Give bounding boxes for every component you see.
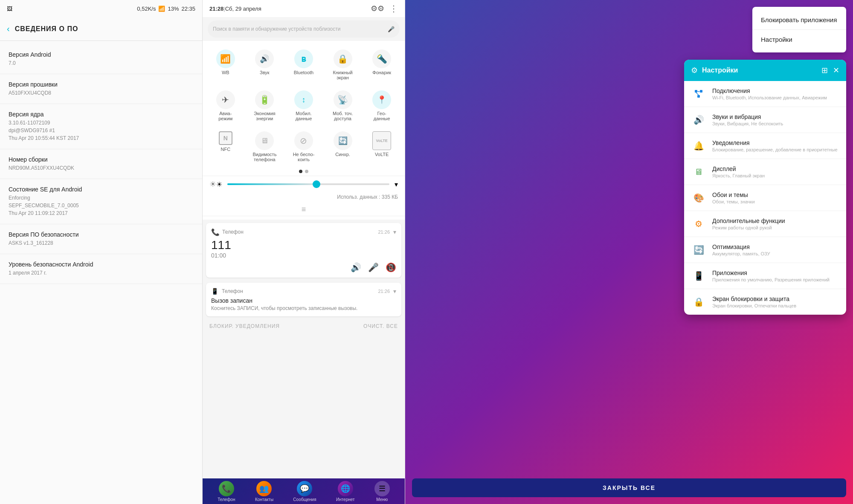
recorded-expand-icon[interactable]: ▾ [393, 288, 396, 295]
dock-sms[interactable]: 💬 Сообщения [293, 481, 316, 502]
status-bar-about: 🖼 0,52K/s 📶 13% 22:35 [0, 0, 202, 17]
settings-item-apps[interactable]: 📱 Приложения Приложения по умолчанию, Ра… [684, 263, 846, 289]
recorded-notification-card: 📱 Телефон 21:26 ▾ Вызов записан Коснитес… [206, 283, 401, 316]
status-battery: 13% [168, 6, 179, 12]
lockscreen-icon: 🔒 [691, 294, 706, 310]
about-item-label: Уровень безопасности Android [9, 261, 194, 268]
about-item-value: NRD90M.A510FXXU4CQDK [9, 164, 194, 172]
tile-power-save[interactable]: 🔋 Экономия энергии [247, 87, 281, 125]
svg-rect-2 [700, 90, 702, 93]
tile-visibility[interactable]: 🖥 Видимость телефона [247, 128, 281, 165]
tile-dnd[interactable]: ⊘ Не беспо- коить [287, 128, 321, 165]
tile-label-plane: Авиа- режим [218, 111, 232, 121]
sound-text: Звуки и вибрация Звуки, Вибрация, Не бес… [712, 113, 839, 126]
settings-item-display[interactable]: 🖥 Дисплей Яркость, Главный экран [684, 159, 846, 185]
connections-text: Подключения Wi-Fi, Bluetooth, Использова… [712, 87, 839, 100]
dock-phone[interactable]: 📞 Телефон [218, 481, 235, 502]
settings-header-title: Настройки [702, 67, 817, 74]
settings-item-connections[interactable]: Подключения Wi-Fi, Bluetooth, Использова… [684, 81, 846, 107]
phone-app-icon: 📞 [211, 228, 219, 236]
status-signal: 📶 [158, 6, 165, 12]
tile-label-sound: Звук [260, 70, 270, 75]
settings-list: Подключения Wi-Fi, Bluetooth, Использова… [684, 81, 846, 315]
tile-volte[interactable]: VoLTE VoLTE [365, 128, 399, 165]
dock-menu[interactable]: ☰ Меню [374, 481, 390, 502]
panel-notifications: 21:28 | Сб, 29 апреля ⚙ ⋮ Поиск в памяти… [203, 0, 405, 504]
context-menu: Блокировать приложения Настройки [752, 7, 846, 52]
brightness-expand-icon[interactable]: ▾ [395, 180, 398, 188]
status-speed: 0,52K/s [137, 6, 156, 12]
tile-bluetooth[interactable]: ʙ Bluetooth [287, 46, 321, 84]
context-menu-item-block[interactable]: Блокировать приложения [752, 10, 846, 29]
tile-location[interactable]: 📍 Гео- данные [365, 87, 399, 125]
optim-subtitle: Аккумулятор, память, ОЗУ [712, 251, 839, 256]
more-icon[interactable]: ⋮ [389, 3, 398, 14]
speaker-button[interactable]: 🔊 [351, 262, 361, 272]
about-item-label: Версия ядра [9, 111, 194, 118]
block-notifications-button[interactable]: БЛОКИР. УВЕДОМЛЕНИЯ [209, 323, 280, 329]
tile-hotspot[interactable]: 📡 Моб. точ. доступа [326, 87, 360, 125]
dot-2 [305, 170, 308, 173]
about-list: Версия Android 7.0 Версия прошивки A510F… [0, 41, 202, 504]
tile-nfc[interactable]: N NFC [209, 128, 243, 165]
about-item-value: A510FXXU4CQD8 [9, 89, 194, 97]
clear-all-button[interactable]: ОЧИСТ. ВСЕ [363, 323, 398, 329]
context-menu-item-settings[interactable]: Настройки [752, 30, 846, 49]
settings-panel: ⚙ Настройки ⊞ ✕ Подключения Wi-Fi, Bluet… [684, 60, 846, 315]
wallpaper-text: Обои и темы Обои, темы, значки [712, 191, 839, 204]
settings-item-advanced[interactable]: ⚙ Дополнительные функции Режим работы од… [684, 211, 846, 237]
brightness-bar[interactable] [227, 183, 389, 185]
recorded-body: Коснитесь ЗАПИСИ, чтобы просмотреть запи… [211, 305, 396, 311]
end-call-button[interactable]: 📵 [386, 262, 396, 272]
settings-item-sound[interactable]: 🔊 Звуки и вибрация Звуки, Вибрация, Не б… [684, 107, 846, 133]
brightness-row: ☀ ▾ [203, 176, 405, 192]
settings-item-lockscreen[interactable]: 🔒 Экран блокировки и защита Экран блокир… [684, 289, 846, 315]
optim-title: Оптимизация [712, 243, 839, 250]
connections-subtitle: Wi-Fi, Bluetooth, Использование данных, … [712, 95, 839, 100]
tile-airplane[interactable]: ✈ Авиа- режим [209, 87, 243, 125]
tile-icon-hotspot: 📡 [334, 90, 352, 109]
mic-icon[interactable]: 🎤 [388, 26, 395, 32]
dot-1 [299, 170, 302, 173]
advanced-icon: ⚙ [691, 216, 706, 232]
tile-wb[interactable]: 📶 WB [209, 46, 243, 84]
dock-internet[interactable]: 🌐 Интернет [336, 481, 355, 502]
tile-label-data: Мобил. данные [296, 111, 312, 121]
call-actions: 🔊 🎤 📵 [211, 262, 396, 272]
settings-item-notifications[interactable]: 🔔 Уведомления Блокирование, разрешение, … [684, 133, 846, 159]
advanced-subtitle: Режим работы одной рукой [712, 225, 839, 230]
data-usage: Использ. данных : 335 КБ [203, 192, 405, 203]
tile-screen-lock[interactable]: 🔒 Книжный экран [326, 46, 360, 84]
call-expand-icon[interactable]: ▾ [393, 229, 396, 235]
settings-layout-icon[interactable]: ⊞ [821, 66, 828, 75]
tile-label-torch: Фонарик [372, 70, 391, 75]
about-item-label: Номер сборки [9, 156, 194, 163]
back-button[interactable]: ‹ [7, 24, 10, 34]
notif-date: Сб, 29 апреля [225, 6, 261, 12]
search-bar[interactable]: Поиск в памяти и обнаружение устройств п… [208, 20, 400, 38]
dock-phone-label: Телефон [218, 497, 235, 502]
settings-close-icon[interactable]: ✕ [833, 66, 839, 75]
tile-sync[interactable]: 🔄 Синхр. [326, 128, 360, 165]
settings-item-optimization[interactable]: 🔄 Оптимизация Аккумулятор, память, ОЗУ [684, 237, 846, 263]
apps-title: Приложения [712, 269, 839, 276]
dock-contacts[interactable]: 👥 Контакты [255, 481, 273, 502]
about-item-label: Состояние SE для Android [9, 186, 194, 193]
call-card-header: 📞 Телефон 21:26 ▾ [211, 228, 396, 236]
settings-header-icons: ⊞ ✕ [821, 66, 839, 75]
about-item-se: Состояние SE для Android Enforcing SEPF_… [0, 179, 202, 224]
notif-settings-title: Уведомления [712, 139, 839, 146]
about-item-build: Номер сборки NRD90M.A510FXXU4CQDK [0, 149, 202, 179]
tile-sound[interactable]: 🔊 Звук [247, 46, 281, 84]
tile-flashlight[interactable]: 🔦 Фонарик [365, 46, 399, 84]
settings-item-wallpaper[interactable]: 🎨 Обои и темы Обои, темы, значки [684, 185, 846, 211]
tile-icon-nfc: N [219, 131, 232, 145]
settings-icon[interactable]: ⚙ [371, 4, 384, 13]
mute-button[interactable]: 🎤 [368, 262, 379, 272]
dock-menu-label: Меню [376, 497, 388, 502]
tile-mobile-data[interactable]: ↕ Мобил. данные [287, 87, 321, 125]
advanced-title: Дополнительные функции [712, 217, 839, 224]
close-all-button[interactable]: ЗАКРЫТЬ ВСЕ [412, 478, 846, 497]
bottom-actions: БЛОКИР. УВЕДОМЛЕНИЯ ОЧИСТ. ВСЕ [203, 320, 405, 333]
tile-label-hotspot: Моб. точ. доступа [333, 111, 353, 121]
